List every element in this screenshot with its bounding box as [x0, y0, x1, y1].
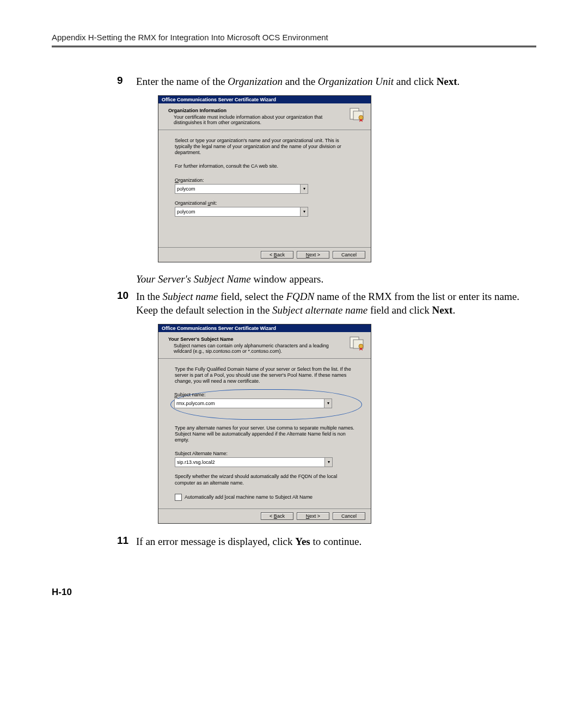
dialog-head-desc: Subject names can contain only alphanume… — [174, 343, 344, 354]
back-button[interactable]: < Back — [261, 251, 293, 259]
next-button[interactable]: Next > — [297, 251, 329, 259]
svg-point-2 — [359, 115, 363, 120]
body-intro: Type the Fully Qualified Domain Name of … — [175, 366, 358, 385]
header-rule — [52, 45, 536, 47]
san-label: Subject Alternate Name: — [175, 451, 358, 456]
ou-combo[interactable]: ▾ — [175, 207, 308, 217]
dialog-body: Type the Fully Qualified Domain Name of … — [158, 359, 371, 508]
sn-combo[interactable]: ▾ — [174, 399, 332, 408]
certificate-icon — [349, 107, 364, 122]
step-10: 10 In the Subject name field, select the… — [136, 290, 525, 317]
page-header: Appendix H-Setting the RMX for Integrati… — [52, 33, 536, 53]
cancel-button[interactable]: Cancel — [333, 251, 365, 259]
auto-intro: Specify whether the wizard should automa… — [175, 474, 358, 486]
dropdown-arrow-icon[interactable]: ▾ — [301, 184, 308, 194]
dropdown-arrow-icon[interactable]: ▾ — [324, 399, 332, 408]
step-9: 9 Enter the name of the Organization and… — [136, 75, 525, 89]
dialog-head-desc: Your certificate must include informatio… — [174, 114, 344, 125]
san-combo[interactable]: ▾ — [175, 457, 333, 467]
caption: Your Server's Subject Name window appear… — [136, 273, 525, 285]
ou-input[interactable] — [175, 207, 301, 217]
svg-point-5 — [359, 344, 363, 348]
body-intro: Select or type your organization's name … — [175, 138, 358, 156]
page-footer: H-10 — [52, 587, 536, 598]
step-text: In the Subject name field, select the FQ… — [136, 290, 525, 317]
sn-label: Subject name: — [174, 392, 358, 397]
dialog-org-info: Office Communications Server Certificate… — [158, 95, 371, 262]
step-text: Enter the name of the Organization and t… — [136, 75, 525, 89]
dialog-head-title: Your Server's Subject Name — [168, 336, 344, 342]
step-number: 11 — [117, 535, 128, 547]
dialog-subject-name: Office Communications Server Certificate… — [158, 324, 371, 524]
header-text: Appendix H-Setting the RMX for Integrati… — [52, 33, 328, 42]
sn-input[interactable] — [174, 399, 324, 408]
back-button[interactable]: < Back — [261, 512, 293, 520]
san-input[interactable] — [175, 457, 325, 467]
dialog-buttons: < Back Next > Cancel — [158, 508, 371, 523]
org-combo[interactable]: ▾ — [175, 184, 308, 194]
dialog-header: Organization Information Your certificat… — [158, 103, 371, 130]
step-number: 10 — [117, 290, 128, 302]
dialog-title: Office Communications Server Certificate… — [158, 96, 371, 103]
certificate-icon — [349, 335, 364, 351]
cancel-button[interactable]: Cancel — [333, 512, 365, 520]
ou-label: Organizational unit: — [175, 200, 358, 206]
step-text: If an error message is displayed, click … — [136, 535, 525, 549]
dialog-header: Your Server's Subject Name Subject names… — [158, 332, 371, 359]
body-info: For further information, consult the CA … — [175, 163, 358, 169]
step-11: 11 If an error message is displayed, cli… — [136, 535, 525, 549]
org-input[interactable] — [175, 184, 301, 194]
checkbox[interactable] — [175, 494, 182, 501]
highlight-ellipse: Subject name: ▾ — [170, 389, 362, 420]
step-number: 9 — [117, 75, 123, 87]
dialog-title: Office Communications Server Certificate… — [158, 324, 371, 332]
chk-label: Automatically add local machine name to … — [185, 494, 313, 500]
org-label: Organization: — [175, 177, 358, 183]
dropdown-arrow-icon[interactable]: ▾ — [325, 457, 333, 467]
alt-intro: Type any alternate names for your server… — [175, 425, 358, 444]
dialog-buttons: < Back Next > Cancel — [158, 247, 371, 262]
dialog-body: Select or type your organization's name … — [158, 130, 371, 247]
next-button[interactable]: Next > — [297, 512, 329, 520]
auto-add-row[interactable]: Automatically add local machine name to … — [175, 494, 358, 501]
dialog-head-title: Organization Information — [168, 108, 344, 113]
dropdown-arrow-icon[interactable]: ▾ — [301, 207, 308, 217]
